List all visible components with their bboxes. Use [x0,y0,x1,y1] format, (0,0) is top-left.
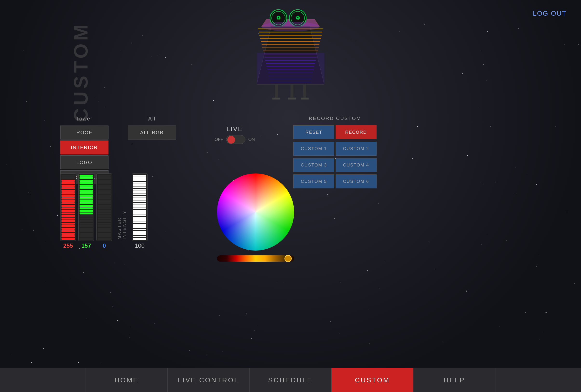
custom-row-2: CUSTOM 3 CUSTOM 4 [294,158,376,172]
live-section: LIVE OFF ON [214,125,255,144]
hue-slider[interactable] [217,255,294,262]
page-watermark: CUSTOM [70,22,92,122]
svg-rect-32 [288,98,296,99]
master-intensity-label: MASTER INTENSITY [117,191,127,240]
all-section-label: All [148,116,156,122]
on-label: ON [248,137,255,142]
reset-record-row: RESET RECORD [294,125,376,139]
svg-rect-28 [275,84,278,99]
green-led-slider[interactable] [78,173,94,241]
master-led-slider[interactable] [132,173,148,241]
svg-rect-30 [303,84,306,99]
custom3-button[interactable]: CUSTOM 3 [294,158,334,172]
custom4-button[interactable]: CUSTOM 4 [336,158,376,172]
blue-slider-col: 0 [96,173,112,249]
red-slider-col: 255 [60,173,76,249]
nav-items: HOME LIVE CONTROL SCHEDULE CUSTOM HELP [86,368,496,392]
reset-button[interactable]: RESET [294,125,334,139]
roof-button[interactable]: ROOF [60,125,108,139]
nav-home[interactable]: HOME [86,368,168,392]
interior-button[interactable]: INTERIOR [60,140,108,154]
blue-led-slider[interactable] [96,173,112,241]
record-section-label: RECORD CUSTOM [309,116,362,121]
svg-rect-27 [257,53,324,84]
live-toggle[interactable] [226,135,246,144]
bottom-navigation: HOME LIVE CONTROL SCHEDULE CUSTOM HELP [0,368,581,392]
tower-section-label: Tower [76,116,93,122]
color-wheel[interactable] [217,173,294,251]
nav-help[interactable]: HELP [414,368,496,392]
custom-row-1: CUSTOM 1 CUSTOM 2 [294,142,376,156]
nav-custom[interactable]: CUSTOM [332,368,414,392]
blue-value: 0 [103,242,106,249]
record-section: RECORD CUSTOM RESET RECORD CUSTOM 1 CUST… [294,116,376,190]
svg-text:♻: ♻ [276,15,281,21]
svg-text:♻: ♻ [295,15,300,21]
color-wheel-container[interactable] [217,173,294,262]
custom2-button[interactable]: CUSTOM 2 [336,142,376,156]
color-wheel-cursor [230,176,235,181]
live-label: LIVE [226,125,243,133]
all-section: All ALL RGB [128,116,176,140]
off-label: OFF [214,137,223,142]
color-wheel-dark-overlay [217,173,294,251]
svg-rect-29 [290,84,294,99]
custom5-button[interactable]: CUSTOM 5 [294,174,334,188]
nav-schedule[interactable]: SCHEDULE [250,368,332,392]
toggle-knob [227,136,235,144]
master-value: 100 [135,242,144,249]
green-slider-col: 157 [78,173,94,249]
live-toggle-row: OFF ON [214,135,255,144]
custom-row-3: CUSTOM 5 CUSTOM 6 [294,174,376,188]
red-value: 255 [63,242,73,249]
master-slider-col: 100 [132,173,148,249]
main-content: LOG OUT CUSTOM ♻ ♻ [0,0,581,392]
sliders-area: 255 157 0 MASTER INTENSITY 100 [60,173,148,249]
svg-rect-31 [272,98,280,99]
all-rgb-button[interactable]: ALL RGB [128,125,176,139]
green-value: 157 [81,242,91,249]
svg-point-34 [262,22,320,31]
custom6-button[interactable]: CUSTOM 6 [336,174,376,188]
master-intensity-wrapper: MASTER INTENSITY [117,182,127,249]
nav-live-control[interactable]: LIVE CONTROL [168,368,250,392]
red-led-slider[interactable] [60,173,76,241]
tower-illustration: ♻ ♻ [252,5,329,101]
svg-rect-33 [301,98,308,99]
custom1-button[interactable]: CUSTOM 1 [294,142,334,156]
logo-button[interactable]: LOGO [60,155,108,169]
logout-button[interactable]: LOG OUT [533,10,566,17]
record-button[interactable]: RECORD [336,125,376,139]
hue-knob [284,255,292,262]
hue-slider-container [217,255,294,262]
